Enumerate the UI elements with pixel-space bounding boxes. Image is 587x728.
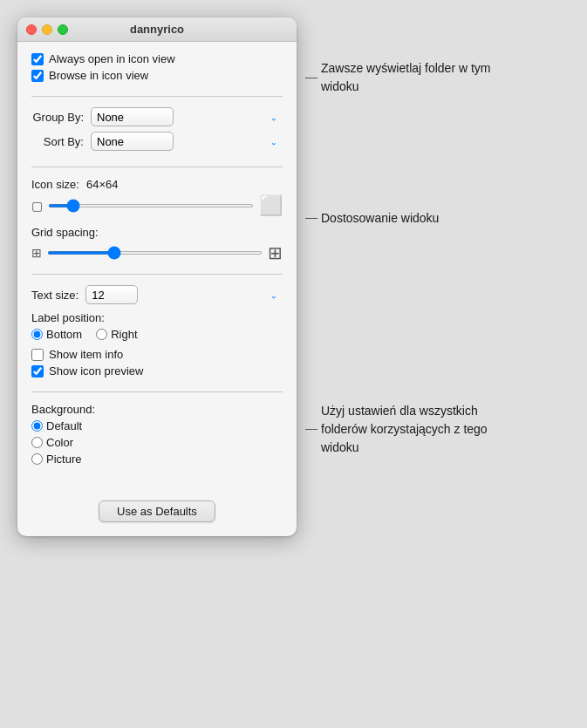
annotation-1-block: Zawsze wyświetlaj folder w tym widoku <box>305 59 504 96</box>
title-bar: dannyrico <box>17 17 297 42</box>
bg-picture-radio[interactable] <box>31 453 43 465</box>
icon-size-section: Icon size: 64×64 ▢ ⬜ Grid spacing: ⊞ <box>31 178 283 275</box>
annotation-2-text: Dostosowanie widoku <box>321 209 439 228</box>
group-by-label: Group By: <box>31 111 84 124</box>
sort-by-select[interactable]: None Name Kind Date Modified <box>91 132 174 151</box>
window-content: Always open in icon view Browse in icon … <box>17 42 297 490</box>
close-button[interactable] <box>26 24 37 35</box>
sort-section: Group By: None Name Kind Date Modified S… <box>31 107 283 167</box>
icon-size-value: 64×64 <box>86 178 119 191</box>
app-layout: dannyrico Always open in icon view Brows… <box>17 17 504 536</box>
view-options-section: Always open in icon view Browse in icon … <box>31 52 283 97</box>
icon-size-label-row: Icon size: 64×64 <box>31 178 283 191</box>
annotation-3-block: Użyj ustawień dla wszystkich folderów ko… <box>305 402 504 457</box>
window-controls <box>26 24 68 35</box>
browse-icon-row: Browse in icon view <box>31 69 283 82</box>
window-title: dannyrico <box>130 23 184 36</box>
ann3-line <box>305 429 317 430</box>
browse-icon-checkbox[interactable] <box>31 70 44 82</box>
annotations-panel: Zawsze wyświetlaj folder w tym widoku Do… <box>297 17 504 457</box>
background-title: Background: <box>31 403 283 416</box>
label-right-radio[interactable] <box>96 329 107 340</box>
maximize-button[interactable] <box>58 24 68 35</box>
bg-color-radio[interactable] <box>31 437 43 448</box>
always-open-checkbox[interactable] <box>31 53 44 65</box>
always-open-row: Always open in icon view <box>31 52 283 65</box>
show-icon-preview-label: Show icon preview <box>49 364 143 378</box>
bg-picture-item: Picture <box>31 452 283 466</box>
sort-by-label: Sort By: <box>31 135 84 148</box>
label-bottom-radio[interactable] <box>31 329 43 340</box>
text-size-select[interactable]: 10 11 12 13 14 16 <box>85 285 138 304</box>
background-options: Default Color Picture <box>31 419 283 466</box>
text-size-wrapper: 10 11 12 13 14 16 <box>85 285 283 304</box>
grid-small-icon: ⊞ <box>31 246 42 260</box>
icon-size-slider-row: ▢ ⬜ <box>31 194 283 217</box>
ann2-line <box>305 218 317 219</box>
grid-large-icon: ⊞ <box>268 242 283 263</box>
icon-size-subsection: Icon size: 64×64 ▢ ⬜ <box>31 178 283 217</box>
grid-spacing-label-row: Grid spacing: <box>31 226 283 239</box>
minimize-button[interactable] <box>42 24 52 35</box>
show-icon-preview-checkbox[interactable] <box>31 365 44 378</box>
annotation-1-text: Zawsze wyświetlaj folder w tym widoku <box>321 59 504 96</box>
text-size-label: Text size: <box>31 289 78 302</box>
grid-spacing-subsection: Grid spacing: ⊞ ⊞ <box>31 226 283 263</box>
always-open-label: Always open in icon view <box>49 52 175 65</box>
bg-default-radio[interactable] <box>31 420 43 432</box>
finder-info-window: dannyrico Always open in icon view Brows… <box>17 17 297 536</box>
label-bottom-label: Bottom <box>46 328 82 341</box>
label-right-label: Right <box>111 328 137 341</box>
bg-color-item: Color <box>31 436 283 449</box>
bg-default-item: Default <box>31 419 283 432</box>
bg-color-label: Color <box>46 436 73 449</box>
text-label-section: Text size: 10 11 12 13 14 16 Label posit… <box>31 285 283 392</box>
ann1-line <box>305 78 317 78</box>
group-by-wrapper: None Name Kind Date Modified <box>91 107 283 126</box>
browse-icon-label: Browse in icon view <box>49 69 148 82</box>
sort-by-row: Sort By: None Name Kind Date Modified <box>31 132 283 151</box>
button-area: Use as Defaults <box>17 490 297 536</box>
annotation-3-text: Użyj ustawień dla wszystkich folderów ko… <box>321 402 504 457</box>
bg-picture-label: Picture <box>46 452 81 466</box>
annotation-2-block: Dostosowanie widoku <box>305 209 504 228</box>
label-position-row: Bottom Right <box>31 328 283 341</box>
background-section: Background: Default Color Picture <box>31 403 283 476</box>
show-item-info-label: Show item info <box>49 348 123 361</box>
show-icon-preview-row: Show icon preview <box>31 364 283 378</box>
icon-size-large-icon: ⬜ <box>259 194 283 217</box>
show-item-info-row: Show item info <box>31 348 283 361</box>
label-position-title: Label position: <box>31 311 283 324</box>
label-bottom-item: Bottom <box>31 328 82 341</box>
bg-default-label: Default <box>46 419 82 432</box>
grid-spacing-slider[interactable] <box>47 251 263 255</box>
grid-spacing-label: Grid spacing: <box>31 226 99 239</box>
icon-size-small-icon: ▢ <box>31 199 43 213</box>
icon-size-slider[interactable] <box>48 204 254 208</box>
grid-spacing-slider-row: ⊞ ⊞ <box>31 242 283 263</box>
label-right-item: Right <box>96 328 137 341</box>
sort-by-wrapper: None Name Kind Date Modified <box>91 132 283 151</box>
icon-size-label: Icon size: <box>31 178 79 191</box>
text-size-row: Text size: 10 11 12 13 14 16 <box>31 285 283 304</box>
show-item-info-checkbox[interactable] <box>31 349 44 361</box>
group-by-row: Group By: None Name Kind Date Modified <box>31 107 283 126</box>
group-by-select[interactable]: None Name Kind Date Modified <box>91 107 174 126</box>
use-as-defaults-button[interactable]: Use as Defaults <box>99 500 215 522</box>
